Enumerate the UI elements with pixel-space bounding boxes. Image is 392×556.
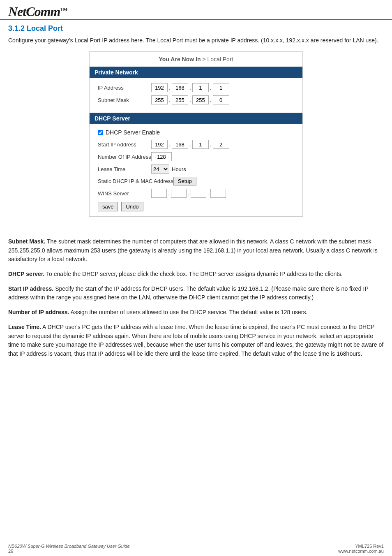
wins-octet-3[interactable] (191, 189, 206, 198)
desc-start-ip-bold: Start IP address. (8, 285, 53, 292)
main-content: You Are Now In > Local Port Private Netw… (0, 51, 392, 233)
subnet-mask-fields: . . . (151, 95, 229, 104)
footer-page-number: 26 (8, 549, 130, 554)
lease-time-unit: Hours (172, 166, 186, 172)
breadcrumb-separator: > (202, 56, 205, 63)
logo-tm: TM (60, 7, 67, 12)
desc-dhcp-server-bold: DHCP server. (8, 271, 44, 277)
dhcp-enable-checkbox[interactable] (98, 130, 103, 135)
desc-num-ip-bold: Number of IP address. (8, 309, 69, 315)
lease-time-select[interactable]: 24 48 72 168 (151, 164, 169, 174)
undo-button[interactable]: Undo (121, 202, 143, 211)
desc-num-ip-text: Assign the number of users allowed to us… (70, 309, 307, 315)
wins-label: WINS Server (98, 190, 151, 197)
start-ip-octet-4[interactable] (213, 140, 229, 149)
static-dhcp-row: Static DHCP IP & MAC Address Setup (98, 177, 294, 185)
desc-lease-time-text: A DHCP user's PC gets the IP address wit… (8, 324, 383, 357)
start-ip-octet-3[interactable] (192, 140, 209, 149)
save-button[interactable]: save (98, 202, 118, 211)
footer-manual-title: NB620W Super-G Wireless Broadband Gatewa… (8, 544, 130, 549)
start-ip-label: Start IP Address (98, 141, 151, 148)
subnet-mask-label: Subnet Mask (98, 97, 151, 103)
desc-dhcp-server: DHCP server. To enable the DHCP server, … (8, 270, 384, 279)
desc-lease-time-bold: Lease Time. (8, 324, 41, 330)
wins-octet-2[interactable] (171, 189, 187, 198)
start-ip-octet-1[interactable] (151, 140, 168, 149)
subnet-octet-1[interactable] (151, 95, 168, 104)
logo-text: NetCommTM (8, 4, 67, 19)
desc-num-ip: Number of IP address. Assign the number … (8, 308, 384, 317)
start-ip-row: Start IP Address . . . (98, 140, 294, 149)
footer-version: YML725 Rev1 (338, 544, 384, 549)
footer-website: www.netcomm.com.au (338, 549, 384, 554)
ip-address-label: IP Address (98, 85, 151, 91)
ip-octet-3[interactable] (192, 83, 209, 92)
logo-name: NetComm (8, 4, 60, 19)
lease-time-label: Lease Time (98, 166, 151, 172)
ip-octet-4[interactable] (213, 83, 229, 92)
wins-octet-4[interactable] (210, 189, 226, 198)
ip-octet-1[interactable] (151, 83, 168, 92)
breadcrumb-location: Local Port (207, 56, 233, 63)
private-network-header: Private Network (90, 67, 302, 78)
subnet-mask-row: Subnet Mask . . . (98, 95, 294, 104)
start-ip-octet-2[interactable] (172, 140, 188, 149)
dhcp-server-header: DHCP Server (90, 113, 302, 124)
subnet-octet-2[interactable] (172, 95, 188, 104)
descriptions: Subnet Mask. The subnet mask determines … (0, 233, 392, 373)
footer-left: NB620W Super-G Wireless Broadband Gatewa… (8, 544, 130, 554)
breadcrumb: You Are Now In > Local Port (90, 52, 302, 67)
header: NetCommTM (0, 0, 392, 20)
wins-fields: . . . (151, 189, 226, 198)
setup-button[interactable]: Setup (173, 177, 196, 185)
num-ip-row: Number Of IP Address (98, 152, 294, 161)
wins-server-row: WINS Server . . . (98, 189, 294, 198)
breadcrumb-prefix: You Are Now In (159, 56, 201, 63)
button-row: save Undo (98, 202, 294, 211)
footer-right: YML725 Rev1 www.netcomm.com.au (338, 544, 384, 554)
static-dhcp-label: Static DHCP IP & MAC Address (98, 178, 173, 184)
logo: NetCommTM (8, 4, 67, 19)
desc-start-ip-text: Specify the start of the IP address for … (8, 285, 369, 301)
ip-octet-2[interactable] (172, 83, 188, 92)
dhcp-server-body: DHCP Server Enable Start IP Address . . … (90, 124, 302, 216)
desc-subnet-mask-text: The subnet mask determines the number of… (8, 238, 378, 262)
start-ip-fields: . . . (151, 140, 229, 149)
dhcp-enable-row: DHCP Server Enable (98, 129, 294, 136)
ip-address-fields: . . . (151, 83, 229, 92)
page-title: 3.1.2 Local Port (0, 20, 392, 36)
lease-time-row: Lease Time 24 48 72 168 Hours (98, 164, 294, 174)
config-box: You Are Now In > Local Port Private Netw… (89, 51, 303, 217)
desc-lease-time: Lease Time. A DHCP user's PC gets the IP… (8, 323, 384, 359)
intro-text: Configure your gateway's Local Port IP a… (0, 36, 392, 51)
num-ip-label: Number Of IP Address (98, 154, 151, 160)
subnet-octet-3[interactable] (192, 95, 209, 104)
desc-subnet-mask-bold: Subnet Mask. (8, 238, 45, 245)
ip-address-row: IP Address . . . (98, 83, 294, 92)
num-ip-input[interactable] (151, 152, 172, 161)
desc-subnet-mask: Subnet Mask. The subnet mask determines … (8, 237, 384, 264)
dhcp-enable-label: DHCP Server Enable (106, 129, 160, 136)
desc-start-ip: Start IP address. Specify the start of t… (8, 285, 384, 302)
wins-octet-1[interactable] (151, 189, 167, 198)
desc-dhcp-server-text: To enable the DHCP server, please click … (46, 271, 343, 277)
private-network-body: IP Address . . . Subnet Mask . (90, 78, 302, 113)
subnet-octet-4[interactable] (213, 95, 229, 104)
footer: NB620W Super-G Wireless Broadband Gatewa… (0, 541, 392, 556)
